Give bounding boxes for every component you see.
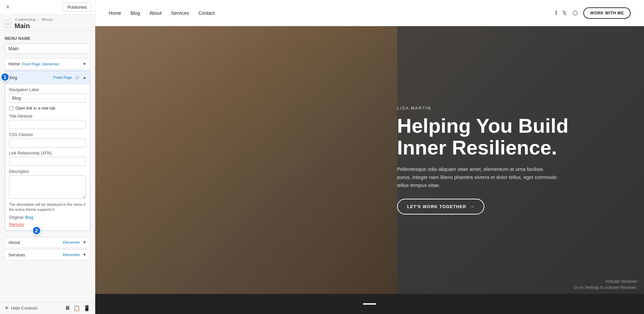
blog-item-type: Posts Page [53, 75, 72, 79]
hide-controls-button[interactable]: 👁 Hide Controls [5, 306, 38, 311]
hero-content: LISA MARTIN Helping You Build Inner Resi… [397, 106, 569, 215]
twitter-icon[interactable]: 𝕏 [562, 9, 567, 17]
published-button[interactable]: Published [62, 3, 92, 12]
menu-item-about-name: About [8, 240, 20, 245]
customizing-link[interactable]: Customizing [15, 17, 36, 21]
preview-area: Home Blog About Services Contact f 𝕏 ⬡ W… [95, 0, 644, 314]
menu-item-blog-expanded: Blog Posts Page ⊹ ▲ 1 Navigation Label O… [5, 71, 90, 231]
hero-person-name: LISA MARTIN [397, 106, 569, 111]
annotation-badge-1: 1 [0, 72, 10, 82]
desktop-icon[interactable]: 🖥 [65, 305, 70, 311]
close-button[interactable]: × [3, 2, 12, 12]
activate-windows-line1: Activate Windows [574, 278, 637, 285]
eye-icon: 👁 [5, 306, 9, 311]
bottom-bar: 👁 Hide Controls 🖥 📋 📱 [0, 302, 95, 314]
tablet-icon[interactable]: 📋 [73, 305, 80, 311]
hero-subtext: Pellentesque odio aliquam vitae amet, el… [397, 165, 558, 189]
customizer-panel: × Published ‹ Customizing › Menus Main M… [0, 0, 95, 314]
hero-heading-line2: Inner Resilience. [397, 136, 557, 159]
menu-item-services-header[interactable]: Services Elementor ▼ [5, 250, 90, 260]
lets-work-together-button[interactable]: LET'S WORK TOGETHER → [397, 199, 485, 214]
preview-bottom-bar [95, 294, 644, 314]
original-link-row: Original: Blog [9, 215, 86, 220]
panel-content: Menu Name Home Front Page, Elementor ▼ B… [0, 31, 95, 302]
cta-label: LET'S WORK TOGETHER [407, 204, 466, 209]
about-chevron-down-icon[interactable]: ▼ [83, 240, 87, 245]
open-new-tab-label: Open link in a new tab [15, 106, 55, 111]
menu-item-home-header[interactable]: Home Front Page, Elementor ▼ [5, 59, 90, 69]
css-classes-label: CSS Classes [9, 132, 86, 137]
description-textarea[interactable] [9, 175, 86, 199]
menu-item-services: Services Elementor ▼ [5, 249, 90, 260]
breadcrumb-text: Customizing › Menus Main [14, 17, 53, 30]
title-attr-input[interactable] [9, 120, 86, 129]
page-title: Main [14, 22, 53, 30]
blog-chevron-up-icon[interactable]: ▲ [83, 75, 87, 80]
drag-handle-icon[interactable]: ⊹ [75, 74, 80, 81]
css-classes-input[interactable] [9, 138, 86, 147]
hero-heading-line1: Helping You Build [397, 115, 569, 137]
nav-contact[interactable]: Contact [199, 10, 215, 16]
work-with-me-button[interactable]: WORK WITH ME [583, 7, 631, 19]
about-item-type: Elementor [63, 240, 80, 244]
open-new-tab-row: Open link in a new tab [9, 106, 86, 111]
breadcrumb-bar: ‹ Customizing › Menus Main [0, 15, 95, 31]
nav-label-label: Navigation Label [9, 87, 86, 92]
menu-item-about-header[interactable]: About Elementor ▼ [5, 237, 90, 248]
breadcrumb-separator: › [38, 17, 39, 21]
blog-item-header[interactable]: Blog Posts Page ⊹ ▲ [5, 71, 90, 84]
blog-expanded-form: Navigation Label Open link in a new tab … [5, 84, 90, 231]
original-label: Original: [9, 215, 24, 220]
hide-controls-label: Hide Controls [11, 306, 38, 311]
nav-blog[interactable]: Blog [130, 10, 140, 16]
nav-label-input[interactable] [9, 93, 86, 103]
description-note: The description will be displayed in the… [9, 202, 86, 212]
hero-heading: Helping You Build Inner Resilience. [397, 115, 569, 159]
remove-button[interactable]: Remove [9, 222, 24, 227]
nav-right: f 𝕏 ⬡ WORK WITH ME [555, 7, 631, 19]
nav-about[interactable]: About [149, 10, 162, 16]
facebook-icon[interactable]: f [555, 10, 557, 17]
nav-home[interactable]: Home [109, 10, 121, 16]
menus-link[interactable]: Menus [42, 17, 53, 21]
cta-arrow-icon: → [470, 204, 474, 209]
top-bar: × Published [0, 0, 95, 15]
activate-windows-line2: Go to Settings to activate Windows. [574, 285, 637, 291]
title-attr-label: Title Attribute [9, 114, 86, 119]
menu-item-home-name: Home [8, 61, 20, 66]
open-new-tab-checkbox[interactable] [9, 106, 13, 111]
nav-services[interactable]: Services [171, 10, 189, 16]
menu-item-home: Home Front Page, Elementor ▼ [5, 58, 90, 69]
breadcrumb-nav: Customizing › Menus [14, 17, 53, 21]
hero-section: LISA MARTIN Helping You Build Inner Resi… [95, 26, 644, 294]
annotation-badge-2: 2 [32, 226, 41, 235]
back-button[interactable]: ‹ [5, 20, 11, 28]
link-rel-input[interactable] [9, 157, 86, 166]
description-label: Description [9, 169, 86, 174]
original-blog-link[interactable]: Blog [25, 215, 33, 220]
services-item-type: Elementor [63, 253, 80, 257]
menu-item-about: About Elementor ▼ [5, 237, 90, 248]
mobile-icon[interactable]: 📱 [84, 305, 90, 311]
menu-item-services-name: Services [8, 252, 25, 257]
menu-name-label: Menu Name [5, 36, 90, 41]
chevron-down-icon[interactable]: ▼ [83, 62, 87, 66]
menu-name-input[interactable] [5, 44, 90, 54]
site-header: Home Blog About Services Contact f 𝕏 ⬡ W… [95, 0, 644, 26]
main-nav: Home Blog About Services Contact [109, 10, 215, 16]
menu-item-home-type: Front Page, Elementor [22, 62, 59, 66]
services-chevron-down-icon[interactable]: ▼ [83, 252, 87, 257]
link-rel-label: Link Relationship (XFN) [9, 151, 86, 155]
preview-bar-indicator [363, 303, 376, 305]
device-icons: 🖥 📋 📱 [65, 305, 90, 311]
instagram-icon[interactable]: ⬡ [573, 9, 578, 17]
activate-windows-notice: Activate Windows Go to Settings to activ… [574, 278, 637, 291]
